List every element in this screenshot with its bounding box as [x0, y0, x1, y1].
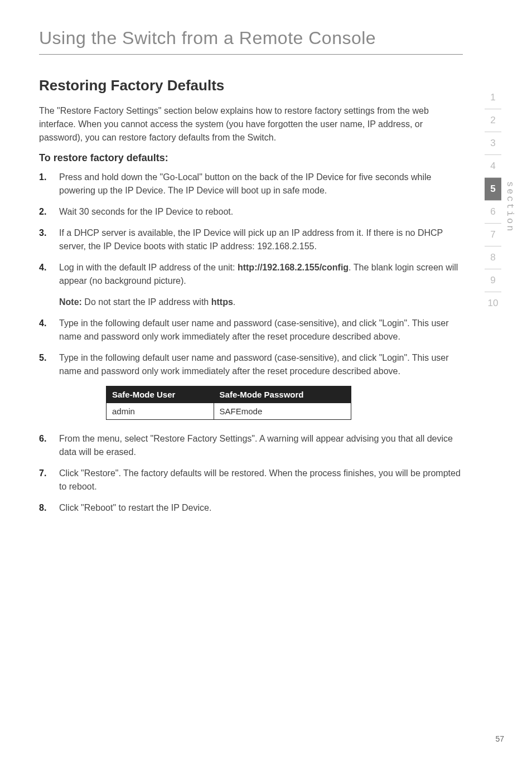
step-item: 1. Press and hold down the "Go-Local" bu…	[39, 171, 463, 197]
page-number: 57	[495, 734, 504, 743]
step-text: Press and hold down the "Go-Local" butto…	[59, 171, 463, 197]
step-number: 7.	[39, 467, 59, 493]
tabs-column: 1 2 3 4 5 6 7 8 9 10	[485, 86, 501, 314]
intro-paragraph: The "Restore Factory Settings" section b…	[39, 104, 463, 144]
tab-2[interactable]: 2	[485, 109, 501, 132]
step-list-c: 6. From the menu, select "Restore Factor…	[39, 432, 463, 515]
tab-7[interactable]: 7	[485, 224, 501, 246]
step-list-a: 1. Press and hold down the "Go-Local" bu…	[39, 171, 463, 288]
tab-6[interactable]: 6	[485, 201, 501, 224]
step-text: If a DHCP server is available, the IP De…	[59, 226, 463, 253]
tab-5[interactable]: 5	[485, 178, 501, 201]
table-cell-user: admin	[107, 403, 214, 420]
tab-10[interactable]: 10	[485, 292, 501, 314]
step-list-b: 4. Type in the following default user na…	[39, 317, 463, 378]
step-number: 5.	[39, 351, 59, 378]
step-item: 6. From the menu, select "Restore Factor…	[39, 432, 463, 459]
step-item: 7. Click "Restore". The factory defaults…	[39, 467, 463, 493]
step-number: 4.	[39, 261, 59, 288]
note-end: .	[233, 297, 235, 307]
step-number: 2.	[39, 205, 59, 219]
page-title: Using the Switch from a Remote Console	[39, 28, 463, 49]
note-mid: Do not start the IP address with	[82, 297, 211, 307]
note-https: https	[211, 297, 233, 307]
tab-9[interactable]: 9	[485, 269, 501, 292]
table-header-user: Safe-Mode User	[107, 386, 214, 403]
step-item: 3. If a DHCP server is available, the IP…	[39, 226, 463, 253]
step-number: 8.	[39, 501, 59, 515]
section-side-label: section	[505, 86, 515, 233]
tab-8[interactable]: 8	[485, 246, 501, 269]
tab-3[interactable]: 3	[485, 132, 501, 155]
step-text: Wait 30 seconds for the IP Device to reb…	[59, 205, 463, 219]
step-item: 5. Type in the following default user na…	[39, 351, 463, 378]
table-header-password: Safe-Mode Password	[214, 386, 351, 403]
step-text: Log in with the default IP address of th…	[59, 261, 463, 288]
table-cell-password: SAFEmode	[214, 403, 351, 420]
step-item: 2. Wait 30 seconds for the IP Device to …	[39, 205, 463, 219]
note-line: Note: Do not start the IP address with h…	[39, 296, 463, 309]
subheading: To restore factory defaults:	[39, 152, 463, 164]
step-text: Type in the following default user name …	[59, 317, 463, 343]
step-text: From the menu, select "Restore Factory S…	[59, 432, 463, 459]
step-item: 8. Click "Reboot" to restart the IP Devi…	[39, 501, 463, 515]
tab-1[interactable]: 1	[485, 86, 501, 109]
step-item: 4. Log in with the default IP address of…	[39, 261, 463, 288]
table-header-row: Safe-Mode User Safe-Mode Password	[107, 386, 351, 403]
step4-prefix: Log in with the default IP address of th…	[59, 263, 238, 272]
step4-url: http://192.168.2.155/config	[238, 263, 349, 272]
step-text: Click "Reboot" to restart the IP Device.	[59, 501, 463, 515]
table-row: admin SAFEmode	[107, 403, 351, 420]
step-item: 4. Type in the following default user na…	[39, 317, 463, 343]
step-number: 4.	[39, 317, 59, 343]
title-underline	[39, 54, 463, 55]
step-text: Click "Restore". The factory defaults wi…	[59, 467, 463, 493]
step-number: 3.	[39, 226, 59, 253]
section-tabs: 1 2 3 4 5 6 7 8 9 10 section	[485, 86, 515, 314]
tab-4[interactable]: 4	[485, 155, 501, 178]
safe-mode-table: Safe-Mode User Safe-Mode Password admin …	[106, 386, 351, 420]
section-heading: Restoring Factory Defaults	[39, 77, 463, 94]
step-number: 6.	[39, 432, 59, 459]
step-text: Type in the following default user name …	[59, 351, 463, 378]
step-number: 1.	[39, 171, 59, 197]
note-label: Note:	[59, 297, 82, 307]
